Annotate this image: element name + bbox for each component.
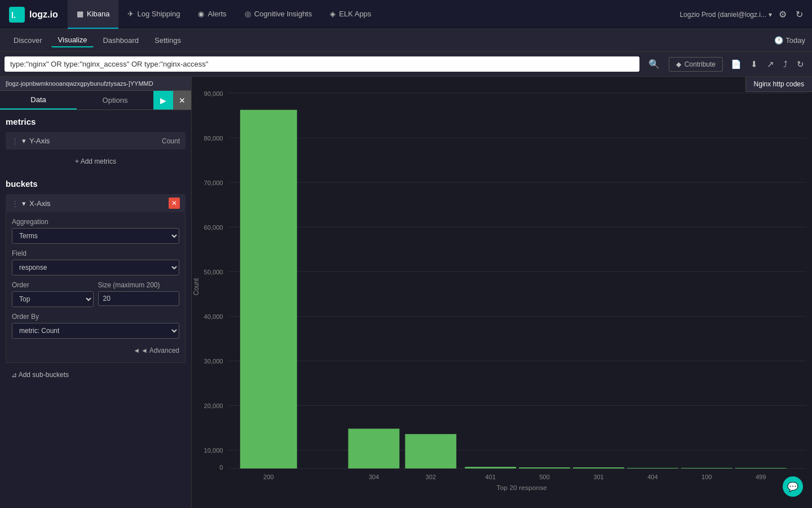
nav-right: Logzio Prod (daniel@logz.i... ▾ ⚙ ↻	[679, 7, 812, 22]
refresh-button[interactable]: ↻	[793, 7, 805, 22]
user-menu[interactable]: Logzio Prod (daniel@logz.i... ▾	[679, 11, 772, 19]
aggregation-select[interactable]: Terms Date Histogram Range	[12, 228, 179, 244]
nav-cognitive-insights[interactable]: ◎ Cognitive Insights	[236, 0, 321, 29]
contribute-button[interactable]: ◆ Contribute	[669, 57, 723, 72]
svg-text:10,000: 10,000	[204, 448, 223, 454]
svg-text:Count: Count	[192, 278, 200, 295]
panel-tabs: Data Options ▶ ✕	[0, 91, 191, 110]
xaxis-header: ⋮ ▾ X-Axis ✕	[6, 194, 186, 212]
svg-text:70,000: 70,000	[204, 179, 223, 186]
nav-log-shipping[interactable]: ✈ Log Shipping	[118, 0, 189, 29]
svg-text:40,000: 40,000	[204, 313, 223, 320]
metrics-section: metrics ⋮ ▾ Y-Axis Count + Add metrics	[0, 110, 191, 174]
subnav-dashboard[interactable]: Dashboard	[96, 34, 145, 47]
aggregation-group: Aggregation Terms Date Histogram Range	[12, 218, 179, 244]
svg-text:200: 200	[263, 474, 274, 480]
svg-text:302: 302	[426, 474, 436, 480]
kibana-icon: ▦	[77, 10, 83, 18]
xaxis-chevron-icon: ▾	[22, 199, 26, 208]
svg-text:50,000: 50,000	[204, 269, 223, 275]
tab-data[interactable]: Data	[0, 91, 77, 110]
xaxis-body: Aggregation Terms Date Histogram Range F…	[6, 212, 186, 363]
chat-button[interactable]: 💬	[783, 476, 803, 497]
search-bar: 🔍 ◆ Contribute 📄 ⬇ ↗ ⤴ ↻	[0, 52, 812, 77]
bar-chart: 90,000 80,000 70,000 60,000 50,000 40,00…	[192, 82, 812, 491]
bar-404	[627, 468, 678, 468]
close-button[interactable]: ✕	[173, 91, 191, 110]
svg-text:401: 401	[486, 474, 496, 480]
order-by-select[interactable]: metric: Count	[12, 323, 179, 339]
chart-svg-container: 90,000 80,000 70,000 60,000 50,000 40,00…	[192, 82, 812, 491]
field-select[interactable]: response status	[12, 260, 179, 275]
nav-elk-apps[interactable]: ◈ ELK Apps	[321, 0, 380, 29]
order-by-label: Order By	[12, 313, 179, 321]
metrics-title: metrics	[6, 117, 186, 126]
subnav-visualize[interactable]: Visualize	[51, 33, 94, 47]
alerts-icon: ◉	[198, 10, 204, 18]
chart-area: Nginx http codes 90,000 80,000 70,000 60…	[192, 77, 812, 508]
logo-icon: l.	[9, 7, 25, 23]
yaxis-type: Count	[162, 137, 180, 145]
cognitive-icon: ◎	[245, 10, 251, 18]
subnav-settings[interactable]: Settings	[148, 34, 188, 47]
bar-499	[735, 468, 787, 468]
settings-button[interactable]: ⚙	[776, 7, 789, 22]
nav-kibana[interactable]: ▦ Kibana	[68, 0, 118, 29]
export-button[interactable]: ⤴	[780, 57, 791, 72]
yaxis-label: Y-Axis	[29, 137, 50, 145]
clock-icon: 🕐	[774, 36, 783, 45]
subnav-discover[interactable]: Discover	[7, 34, 49, 47]
add-sub-buckets-button[interactable]: ⊿ Add sub-buckets	[6, 367, 74, 382]
svg-text:301: 301	[593, 474, 604, 480]
search-input[interactable]	[5, 56, 639, 72]
field-label: Field	[12, 249, 179, 257]
order-select[interactable]: Top Bottom	[12, 291, 94, 307]
left-panel: [logz-jopnbwmknooanqwzxgpybunufztysazs-]…	[0, 77, 192, 508]
bar-500	[519, 467, 570, 468]
buckets-title: buckets	[6, 179, 186, 189]
order-label: Order	[12, 281, 94, 289]
svg-text:0: 0	[219, 464, 223, 471]
aggregation-label: Aggregation	[12, 218, 179, 226]
user-caret-icon: ▾	[769, 11, 772, 19]
advanced-toggle[interactable]: ◄ ◄ Advanced	[12, 344, 179, 357]
contribute-icon: ◆	[676, 60, 681, 68]
order-group: Order Top Bottom	[12, 281, 94, 307]
tab-options[interactable]: Options	[77, 91, 153, 110]
svg-text:60,000: 60,000	[204, 224, 223, 231]
index-pattern-label: [logz-jopnbwmknooanqwzxgpybunufztysazs-]…	[6, 80, 186, 87]
main-content: [logz-jopnbwmknooanqwzxgpybunufztysazs-]…	[0, 77, 812, 508]
log-shipping-icon: ✈	[127, 10, 134, 18]
top-nav: l. logz.io ▦ Kibana ✈ Log Shipping ◉ Ale…	[0, 0, 812, 29]
add-metrics-button[interactable]: + Add metrics	[70, 155, 121, 168]
delete-xaxis-button[interactable]: ✕	[169, 198, 180, 209]
bar-302	[405, 434, 456, 468]
size-label: Size (maximum 200)	[98, 281, 180, 289]
bar-301	[573, 467, 624, 468]
run-button[interactable]: ▶	[153, 91, 173, 110]
buckets-section: buckets ⋮ ▾ X-Axis ✕ Aggregation Terms D…	[0, 174, 191, 387]
svg-text:20,000: 20,000	[204, 403, 223, 410]
size-input[interactable]	[98, 291, 180, 306]
refresh-chart-button[interactable]: ↻	[793, 57, 807, 72]
time-picker[interactable]: 🕐 Today	[774, 36, 805, 45]
save-button[interactable]: 📄	[727, 57, 745, 72]
svg-text:100: 100	[701, 474, 712, 480]
order-by-group: Order By metric: Count	[12, 313, 179, 339]
chat-icon: 💬	[787, 481, 798, 492]
bar-304	[348, 428, 400, 468]
xaxis-label: X-Axis	[29, 199, 165, 208]
order-size-row: Order Top Bottom Size (maximum 200)	[12, 281, 179, 313]
load-button[interactable]: ⬇	[747, 57, 761, 72]
nav-alerts[interactable]: ◉ Alerts	[189, 0, 235, 29]
svg-text:304: 304	[369, 474, 379, 480]
logo[interactable]: l. logz.io	[0, 7, 68, 23]
sub-nav: Discover Visualize Dashboard Settings 🕐 …	[0, 29, 812, 52]
elk-apps-icon: ◈	[330, 10, 336, 18]
bar-401	[465, 467, 516, 468]
share-button[interactable]: ↗	[764, 57, 778, 72]
size-group: Size (maximum 200)	[98, 281, 180, 307]
search-button[interactable]: 🔍	[644, 56, 664, 72]
svg-text:l.: l.	[11, 11, 16, 20]
search-icon: 🔍	[648, 59, 660, 69]
